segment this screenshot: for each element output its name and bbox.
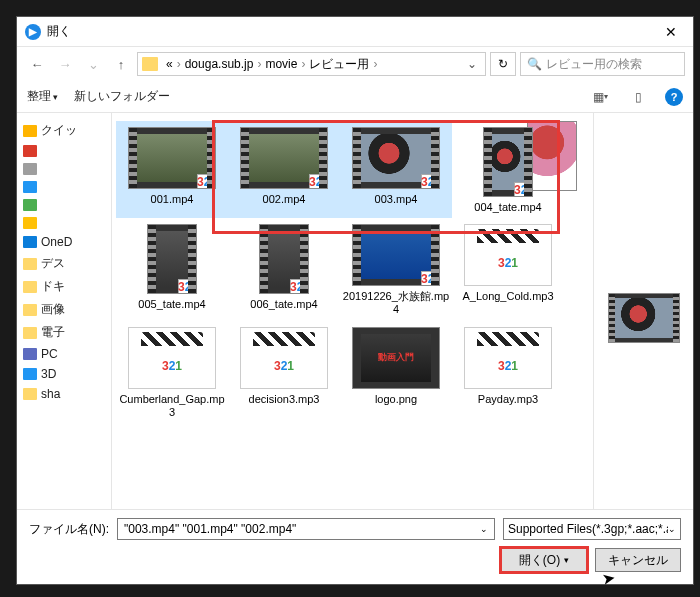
file-item[interactable]: 321003.mp4: [340, 121, 452, 218]
sidebar-item[interactable]: クイッ: [19, 119, 109, 142]
file-item[interactable]: 321004_tate.mp4: [452, 121, 564, 218]
sidebar-item-label: OneD: [41, 235, 72, 249]
sidebar-icon: [23, 281, 37, 293]
file-item[interactable]: 321Cumberland_Gap.mp3: [116, 321, 228, 423]
recent-dropdown[interactable]: ⌄: [81, 52, 105, 76]
sidebar-item[interactable]: 3D: [19, 364, 109, 384]
file-name: 004_tate.mp4: [474, 201, 541, 214]
sidebar-icon: [23, 145, 37, 157]
file-thumbnail: 動画入門: [352, 327, 440, 389]
sidebar-item-label: ドキ: [41, 278, 65, 295]
file-item[interactable]: 321002.mp4: [228, 121, 340, 218]
file-item[interactable]: 321005_tate.mp4: [116, 218, 228, 320]
sidebar-icon: [23, 388, 37, 400]
sidebar-icon: [23, 348, 37, 360]
file-thumbnail: 321: [464, 327, 552, 389]
toolbar: 整理 ▾ 新しいフォルダー ▦ ▾ ▯ ?: [17, 81, 693, 113]
crumb-3[interactable]: レビュー用: [305, 56, 373, 73]
sidebar-icon: [23, 125, 37, 137]
search-icon: 🔍: [527, 57, 542, 71]
sidebar-item[interactable]: [19, 142, 109, 160]
sidebar-item-label: sha: [41, 387, 60, 401]
file-item[interactable]: 321decision3.mp3: [228, 321, 340, 423]
sidebar-item[interactable]: [19, 178, 109, 196]
file-name: 005_tate.mp4: [138, 298, 205, 311]
cancel-button[interactable]: キャンセル: [595, 548, 681, 572]
sidebar-item-label: 3D: [41, 367, 56, 381]
file-item[interactable]: 321006_tate.mp4: [228, 218, 340, 320]
open-button[interactable]: 開く(O)▾ ➤: [501, 548, 587, 572]
file-name: 20191226_水族館.mp4: [342, 290, 450, 316]
breadcrumb[interactable]: «› douga.sub.jp› movie› レビュー用› ⌄: [137, 52, 486, 76]
search-input[interactable]: 🔍 レビュー用の検索: [520, 52, 685, 76]
view-button[interactable]: ▦ ▾: [589, 86, 611, 108]
file-thumbnail: 321: [352, 127, 440, 189]
preview-thumbnail: [608, 293, 680, 343]
dialog-title: 開く: [47, 23, 648, 40]
mpc-badge-icon: 321: [178, 279, 197, 294]
file-thumbnail: 321: [147, 224, 197, 294]
file-name: 006_tate.mp4: [250, 298, 317, 311]
help-button[interactable]: ?: [665, 88, 683, 106]
filetype-filter[interactable]: Supported Files(*.3gp;*.aac;*.ac⌄: [503, 518, 681, 540]
sidebar-icon: [23, 258, 37, 270]
sidebar-item[interactable]: OneD: [19, 232, 109, 252]
file-name: 001.mp4: [151, 193, 194, 206]
sidebar: クイッOneDデスドキ画像電子PC3Dsha: [17, 113, 112, 509]
file-name: decision3.mp3: [249, 393, 320, 406]
crumb-root[interactable]: «: [162, 57, 177, 71]
up-button[interactable]: ↑: [109, 52, 133, 76]
file-thumbnail: 321: [483, 127, 533, 197]
sidebar-icon: [23, 368, 37, 380]
mpc-badge-icon: 321: [290, 279, 309, 294]
preview-pane-button[interactable]: ▯: [627, 86, 649, 108]
file-name: 003.mp4: [375, 193, 418, 206]
sidebar-icon: [23, 304, 37, 316]
mpc-badge-icon: 321: [197, 174, 216, 189]
back-button[interactable]: ←: [25, 52, 49, 76]
refresh-button[interactable]: ↻: [490, 52, 516, 76]
new-folder-button[interactable]: 新しいフォルダー: [74, 88, 170, 105]
sidebar-item[interactable]: PC: [19, 344, 109, 364]
file-list[interactable]: 321001.mp4321002.mp4321003.mp4321004_tat…: [112, 113, 593, 509]
sidebar-item-label: デス: [41, 255, 65, 272]
file-item[interactable]: 32120191226_水族館.mp4: [340, 218, 452, 320]
sidebar-icon: [23, 236, 37, 248]
file-name: Cumberland_Gap.mp3: [118, 393, 226, 419]
file-item[interactable]: 321A_Long_Cold.mp3: [452, 218, 564, 320]
sidebar-icon: [23, 199, 37, 211]
sidebar-item[interactable]: sha: [19, 384, 109, 404]
address-bar: ← → ⌄ ↑ «› douga.sub.jp› movie› レビュー用› ⌄…: [17, 47, 693, 81]
forward-button[interactable]: →: [53, 52, 77, 76]
file-item[interactable]: 321001.mp4: [116, 121, 228, 218]
sidebar-item[interactable]: [19, 160, 109, 178]
sidebar-icon: [23, 217, 37, 229]
sidebar-item-label: 電子: [41, 324, 65, 341]
file-thumbnail: 321: [352, 224, 440, 286]
path-dropdown-icon[interactable]: ⌄: [463, 57, 481, 71]
crumb-1[interactable]: douga.sub.jp: [181, 57, 258, 71]
file-thumbnail: 321: [128, 127, 216, 189]
file-name: 002.mp4: [263, 193, 306, 206]
sidebar-item[interactable]: ドキ: [19, 275, 109, 298]
preview-pane: [593, 113, 693, 509]
sidebar-item[interactable]: [19, 196, 109, 214]
sidebar-item[interactable]: 電子: [19, 321, 109, 344]
titlebar: ▶ 開く ✕: [17, 17, 693, 47]
filename-label: ファイル名(N):: [29, 521, 109, 538]
file-item[interactable]: 動画入門logo.png: [340, 321, 452, 423]
organize-menu[interactable]: 整理 ▾: [27, 88, 58, 105]
crumb-2[interactable]: movie: [261, 57, 301, 71]
sidebar-icon: [23, 181, 37, 193]
file-item[interactable]: 321Payday.mp3: [452, 321, 564, 423]
close-button[interactable]: ✕: [648, 17, 693, 47]
filename-input[interactable]: "003.mp4" "001.mp4" "002.mp4"⌄: [117, 518, 495, 540]
sidebar-icon: [23, 327, 37, 339]
sidebar-item[interactable]: [19, 214, 109, 232]
file-name: logo.png: [375, 393, 417, 406]
file-name: Payday.mp3: [478, 393, 538, 406]
sidebar-item[interactable]: デス: [19, 252, 109, 275]
sidebar-item[interactable]: 画像: [19, 298, 109, 321]
sidebar-item-label: 画像: [41, 301, 65, 318]
file-thumbnail: 321: [128, 327, 216, 389]
